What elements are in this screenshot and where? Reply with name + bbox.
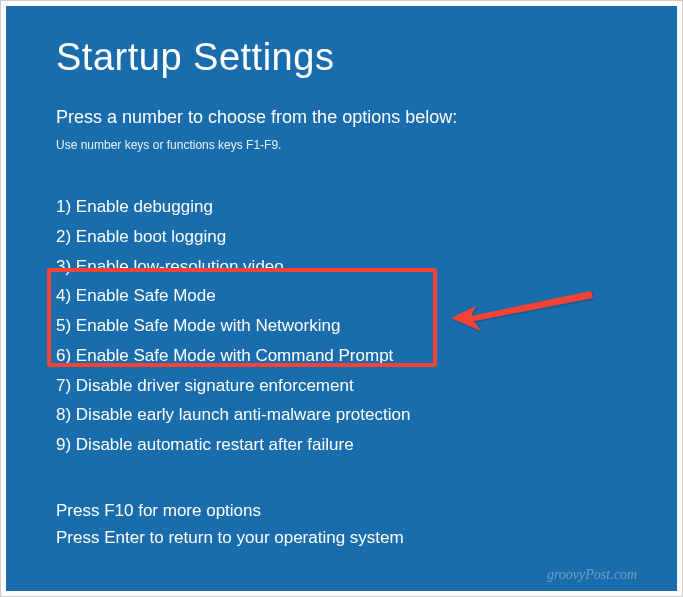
option-4-safe-mode[interactable]: 4) Enable Safe Mode (56, 281, 627, 311)
window-border: Startup Settings Press a number to choos… (0, 0, 683, 597)
option-5-safe-mode-networking[interactable]: 5) Enable Safe Mode with Networking (56, 311, 627, 341)
hint-text: Use number keys or functions keys F1-F9. (56, 138, 627, 152)
watermark-text: groovyPost.com (547, 567, 637, 583)
option-8-disable-anti-malware[interactable]: 8) Disable early launch anti-malware pro… (56, 400, 627, 430)
subtitle-text: Press a number to choose from the option… (56, 107, 627, 128)
option-3-low-res-video[interactable]: 3) Enable low-resolution video (56, 252, 627, 282)
options-list: 1) Enable debugging 2) Enable boot loggi… (56, 192, 627, 460)
option-9-disable-auto-restart[interactable]: 9) Disable automatic restart after failu… (56, 430, 627, 460)
footer-more-options: Press F10 for more options (56, 497, 404, 524)
option-6-safe-mode-cmd[interactable]: 6) Enable Safe Mode with Command Prompt (56, 341, 627, 371)
footer-instructions: Press F10 for more options Press Enter t… (56, 497, 404, 551)
footer-return-os: Press Enter to return to your operating … (56, 524, 404, 551)
option-2-boot-logging[interactable]: 2) Enable boot logging (56, 222, 627, 252)
option-1-debugging[interactable]: 1) Enable debugging (56, 192, 627, 222)
page-title: Startup Settings (56, 36, 627, 79)
startup-settings-screen: Startup Settings Press a number to choos… (6, 6, 677, 591)
option-7-disable-driver-sig[interactable]: 7) Disable driver signature enforcement (56, 371, 627, 401)
